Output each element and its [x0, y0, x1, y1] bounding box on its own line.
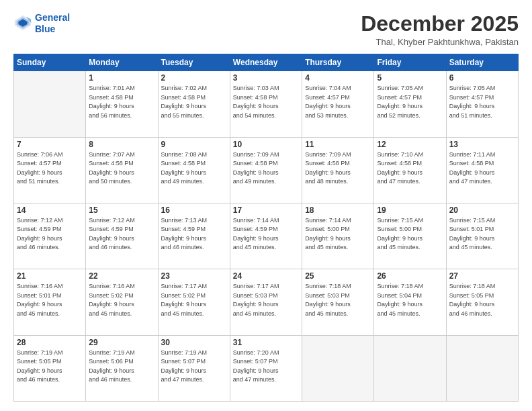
logo-line2: Blue	[35, 24, 70, 35]
day-info: Sunrise: 7:13 AM Sunset: 4:59 PM Dayligh…	[161, 216, 227, 253]
day-info: Sunrise: 7:05 AM Sunset: 4:57 PM Dayligh…	[377, 84, 443, 120]
calendar-cell	[14, 71, 86, 137]
title-block: December 2025 Thal, Khyber Pakhtunkhwa, …	[361, 12, 519, 47]
day-info: Sunrise: 7:09 AM Sunset: 4:58 PM Dayligh…	[305, 150, 371, 187]
calendar-cell: 17Sunrise: 7:14 AM Sunset: 4:59 PM Dayli…	[230, 203, 302, 269]
day-number: 21	[17, 271, 83, 281]
day-number: 24	[233, 271, 299, 281]
calendar-cell: 22Sunrise: 7:16 AM Sunset: 5:02 PM Dayli…	[86, 269, 158, 335]
day-info: Sunrise: 7:17 AM Sunset: 5:02 PM Dayligh…	[161, 282, 227, 318]
day-number: 20	[449, 205, 515, 215]
calendar-cell: 2Sunrise: 7:02 AM Sunset: 4:58 PM Daylig…	[158, 71, 230, 137]
day-info: Sunrise: 7:08 AM Sunset: 4:58 PM Dayligh…	[161, 150, 227, 187]
day-info: Sunrise: 7:07 AM Sunset: 4:58 PM Dayligh…	[89, 150, 154, 187]
calendar-cell: 31Sunrise: 7:20 AM Sunset: 5:07 PM Dayli…	[230, 335, 302, 401]
day-number: 30	[161, 338, 227, 347]
calendar-day-header: Saturday	[446, 54, 518, 71]
day-info: Sunrise: 7:16 AM Sunset: 5:02 PM Dayligh…	[89, 282, 154, 318]
calendar-cell: 18Sunrise: 7:14 AM Sunset: 5:00 PM Dayli…	[302, 203, 374, 269]
day-number: 13	[449, 140, 515, 149]
day-info: Sunrise: 7:18 AM Sunset: 5:04 PM Dayligh…	[377, 282, 443, 318]
calendar-cell	[374, 335, 446, 401]
calendar-cell: 15Sunrise: 7:12 AM Sunset: 4:59 PM Dayli…	[86, 203, 158, 269]
day-number: 18	[305, 205, 371, 215]
calendar-week-row: 14Sunrise: 7:12 AM Sunset: 4:59 PM Dayli…	[14, 203, 519, 269]
day-info: Sunrise: 7:14 AM Sunset: 4:59 PM Dayligh…	[233, 216, 299, 253]
calendar-cell: 13Sunrise: 7:11 AM Sunset: 4:58 PM Dayli…	[446, 137, 518, 203]
calendar-cell: 7Sunrise: 7:06 AM Sunset: 4:57 PM Daylig…	[14, 137, 86, 203]
day-number: 5	[377, 73, 443, 83]
calendar-cell: 14Sunrise: 7:12 AM Sunset: 4:59 PM Dayli…	[14, 203, 86, 269]
calendar-day-header: Monday	[86, 54, 158, 71]
day-number: 8	[89, 140, 154, 149]
calendar-table: SundayMondayTuesdayWednesdayThursdayFrid…	[13, 54, 519, 402]
day-info: Sunrise: 7:03 AM Sunset: 4:58 PM Dayligh…	[233, 84, 299, 120]
calendar-cell: 20Sunrise: 7:15 AM Sunset: 5:01 PM Dayli…	[446, 203, 518, 269]
calendar-cell: 12Sunrise: 7:10 AM Sunset: 4:58 PM Dayli…	[374, 137, 446, 203]
subtitle: Thal, Khyber Pakhtunkhwa, Pakistan	[361, 37, 519, 47]
calendar-cell: 1Sunrise: 7:01 AM Sunset: 4:58 PM Daylig…	[86, 71, 158, 137]
day-number: 22	[89, 271, 154, 281]
calendar-cell: 21Sunrise: 7:16 AM Sunset: 5:01 PM Dayli…	[14, 269, 86, 335]
calendar-day-header: Friday	[374, 54, 446, 71]
calendar-cell	[446, 335, 518, 401]
day-info: Sunrise: 7:05 AM Sunset: 4:57 PM Dayligh…	[449, 84, 515, 120]
calendar-cell: 3Sunrise: 7:03 AM Sunset: 4:58 PM Daylig…	[230, 71, 302, 137]
day-number: 1	[89, 73, 154, 83]
day-info: Sunrise: 7:02 AM Sunset: 4:58 PM Dayligh…	[161, 84, 227, 120]
day-info: Sunrise: 7:09 AM Sunset: 4:58 PM Dayligh…	[233, 150, 299, 187]
day-number: 15	[89, 205, 154, 215]
calendar-cell: 27Sunrise: 7:18 AM Sunset: 5:05 PM Dayli…	[446, 269, 518, 335]
day-info: Sunrise: 7:14 AM Sunset: 5:00 PM Dayligh…	[305, 216, 371, 253]
day-number: 25	[305, 271, 371, 281]
day-number: 23	[161, 271, 227, 281]
day-info: Sunrise: 7:12 AM Sunset: 4:59 PM Dayligh…	[89, 216, 154, 253]
calendar-cell: 10Sunrise: 7:09 AM Sunset: 4:58 PM Dayli…	[230, 137, 302, 203]
calendar-cell: 11Sunrise: 7:09 AM Sunset: 4:58 PM Dayli…	[302, 137, 374, 203]
day-info: Sunrise: 7:17 AM Sunset: 5:03 PM Dayligh…	[233, 282, 299, 318]
day-number: 16	[161, 205, 227, 215]
calendar-cell: 23Sunrise: 7:17 AM Sunset: 5:02 PM Dayli…	[158, 269, 230, 335]
day-number: 27	[449, 271, 515, 281]
calendar-cell: 6Sunrise: 7:05 AM Sunset: 4:57 PM Daylig…	[446, 71, 518, 137]
day-info: Sunrise: 7:16 AM Sunset: 5:01 PM Dayligh…	[17, 282, 83, 318]
day-info: Sunrise: 7:04 AM Sunset: 4:57 PM Dayligh…	[305, 84, 371, 120]
header: General Blue December 2025 Thal, Khyber …	[13, 12, 519, 47]
calendar-day-header: Sunday	[14, 54, 86, 71]
calendar-cell: 5Sunrise: 7:05 AM Sunset: 4:57 PM Daylig…	[374, 71, 446, 137]
page: General Blue December 2025 Thal, Khyber …	[0, 0, 532, 411]
day-number: 28	[17, 338, 83, 347]
day-number: 10	[233, 140, 299, 149]
calendar-cell: 9Sunrise: 7:08 AM Sunset: 4:58 PM Daylig…	[158, 137, 230, 203]
day-info: Sunrise: 7:06 AM Sunset: 4:57 PM Dayligh…	[17, 150, 83, 187]
day-info: Sunrise: 7:01 AM Sunset: 4:58 PM Dayligh…	[89, 84, 154, 120]
day-info: Sunrise: 7:18 AM Sunset: 5:03 PM Dayligh…	[305, 282, 371, 318]
calendar-day-header: Tuesday	[158, 54, 230, 71]
day-info: Sunrise: 7:19 AM Sunset: 5:05 PM Dayligh…	[17, 349, 83, 385]
day-number: 7	[17, 140, 83, 149]
day-info: Sunrise: 7:18 AM Sunset: 5:05 PM Dayligh…	[449, 282, 515, 318]
calendar-cell: 4Sunrise: 7:04 AM Sunset: 4:57 PM Daylig…	[302, 71, 374, 137]
calendar-cell: 16Sunrise: 7:13 AM Sunset: 4:59 PM Dayli…	[158, 203, 230, 269]
day-info: Sunrise: 7:20 AM Sunset: 5:07 PM Dayligh…	[233, 349, 299, 385]
day-number: 14	[17, 205, 83, 215]
day-number: 12	[377, 140, 443, 149]
day-info: Sunrise: 7:15 AM Sunset: 5:00 PM Dayligh…	[377, 216, 443, 253]
day-info: Sunrise: 7:11 AM Sunset: 4:58 PM Dayligh…	[449, 150, 515, 187]
day-info: Sunrise: 7:10 AM Sunset: 4:58 PM Dayligh…	[377, 150, 443, 187]
day-info: Sunrise: 7:12 AM Sunset: 4:59 PM Dayligh…	[17, 216, 83, 253]
day-number: 6	[449, 73, 515, 83]
day-number: 17	[233, 205, 299, 215]
calendar-week-row: 21Sunrise: 7:16 AM Sunset: 5:01 PM Dayli…	[14, 269, 519, 335]
calendar-cell: 25Sunrise: 7:18 AM Sunset: 5:03 PM Dayli…	[302, 269, 374, 335]
calendar-header-row: SundayMondayTuesdayWednesdayThursdayFrid…	[14, 54, 519, 71]
calendar-day-header: Thursday	[302, 54, 374, 71]
calendar-cell: 26Sunrise: 7:18 AM Sunset: 5:04 PM Dayli…	[374, 269, 446, 335]
calendar-week-row: 7Sunrise: 7:06 AM Sunset: 4:57 PM Daylig…	[14, 137, 519, 203]
calendar-cell: 24Sunrise: 7:17 AM Sunset: 5:03 PM Dayli…	[230, 269, 302, 335]
day-number: 3	[233, 73, 299, 83]
day-number: 11	[305, 140, 371, 149]
day-number: 29	[89, 338, 154, 347]
calendar-cell: 19Sunrise: 7:15 AM Sunset: 5:00 PM Dayli…	[374, 203, 446, 269]
day-number: 26	[377, 271, 443, 281]
